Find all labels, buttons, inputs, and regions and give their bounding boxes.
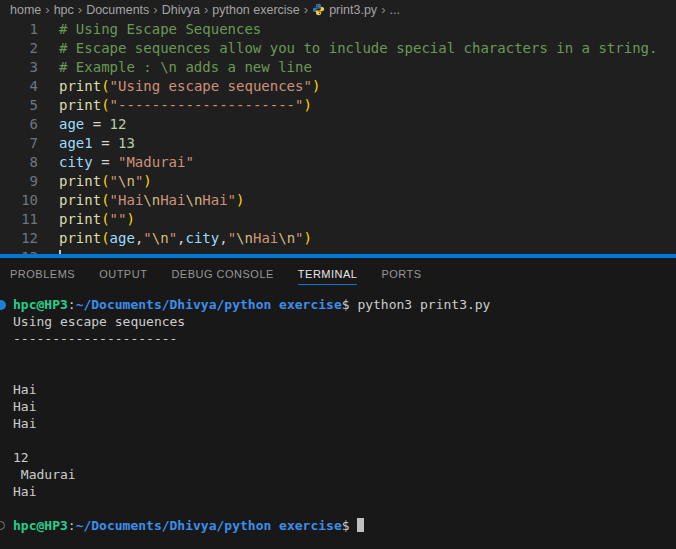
code-token: ) <box>143 173 151 189</box>
breadcrumb-separator-icon: › <box>204 2 208 17</box>
code-line[interactable]: 10print("Hai\nHai\nHai") <box>0 191 676 210</box>
terminal-line: 12 <box>0 449 676 466</box>
terminal-text: Hai <box>13 484 36 499</box>
code-line[interactable]: 4print("Using escape sequences") <box>0 77 676 96</box>
terminal-line: --------------------- <box>0 330 676 347</box>
code-line[interactable]: 11print("") <box>0 210 676 229</box>
code-token: ( <box>101 173 109 189</box>
terminal-text: $ python3 print3.py <box>342 297 491 312</box>
code-token: ) <box>304 230 312 246</box>
command-decoration-icon[interactable] <box>0 300 6 310</box>
code-token: ) <box>303 97 311 113</box>
terminal-text: Using escape sequences <box>13 314 185 329</box>
line-number: 12 <box>0 229 38 248</box>
code-token: "" <box>110 211 127 227</box>
breadcrumb-separator-icon: › <box>78 2 82 17</box>
code-token: \n <box>152 230 169 246</box>
breadcrumb-item[interactable]: ... <box>389 3 399 17</box>
line-number: 10 <box>0 191 38 210</box>
code-line[interactable]: 5print("---------------------") <box>0 96 676 115</box>
terminal-cursor <box>357 518 364 532</box>
code-token: Hai <box>253 230 278 246</box>
code-line-content: age = 12 <box>59 115 126 134</box>
code-line-content: print("") <box>59 210 135 229</box>
code-token: ) <box>236 192 244 208</box>
code-token: Hai" <box>202 192 236 208</box>
breadcrumb-item[interactable]: home <box>10 3 41 17</box>
code-line[interactable]: 2# Escape sequences allow you to include… <box>0 39 676 58</box>
code-line-content: print("Hai\nHai\nHai") <box>59 191 244 210</box>
terminal-text: ~/Documents/Dhivya/python exercise <box>76 518 342 533</box>
code-area[interactable]: 1# Using Escape Sequences2# Escape seque… <box>0 19 676 254</box>
code-token: \n <box>278 230 295 246</box>
bottom-panel: PROBLEMSOUTPUTDEBUG CONSOLETERMINALPORTS… <box>0 258 676 549</box>
code-token: , <box>219 230 227 246</box>
breadcrumb-item[interactable]: python exercise <box>212 3 300 17</box>
code-line[interactable]: 12print(age,"\n",city,"\nHai\n") <box>0 229 676 248</box>
terminal-line: Hai <box>0 415 676 432</box>
panel-tab-ports[interactable]: PORTS <box>381 268 421 285</box>
breadcrumb-item[interactable]: Dhivya <box>162 3 200 17</box>
terminal-line: Hai <box>0 381 676 398</box>
line-number: 1 <box>0 20 38 39</box>
line-number: 5 <box>0 96 38 115</box>
code-token: ( <box>101 192 109 208</box>
code-token: print <box>59 97 101 113</box>
code-token: # Example : \n adds a new line <box>59 59 312 75</box>
code-line[interactable]: 9print("\n") <box>0 172 676 191</box>
code-token: print <box>59 192 101 208</box>
code-line-content: city = "Madurai" <box>59 153 194 172</box>
code-line[interactable]: 3# Example : \n adds a new line <box>0 58 676 77</box>
code-token: = <box>93 135 118 151</box>
command-decoration-icon[interactable] <box>0 521 5 530</box>
panel-tab-problems[interactable]: PROBLEMS <box>10 268 75 285</box>
terminal-line: Madurai <box>0 466 676 483</box>
code-token: \n <box>185 192 202 208</box>
code-line-content: print("Using escape sequences") <box>59 77 320 96</box>
terminal-line <box>0 432 676 449</box>
code-token: \n <box>143 192 160 208</box>
line-number: 8 <box>0 153 38 172</box>
code-line[interactable]: 6age = 12 <box>0 115 676 134</box>
code-line[interactable]: 1# Using Escape Sequences <box>0 20 676 39</box>
code-token: " <box>169 230 177 246</box>
breadcrumb-item[interactable]: Documents <box>86 3 149 17</box>
breadcrumb-separator-icon: › <box>381 2 385 17</box>
code-line[interactable]: 7age1 = 13 <box>0 134 676 153</box>
code-token: " <box>295 230 303 246</box>
editor-pane[interactable]: home›hpc›Documents›Dhivya›python exercis… <box>0 0 676 254</box>
code-line-content: print("\n") <box>59 172 152 191</box>
code-token: "Hai <box>110 192 144 208</box>
terminal-view[interactable]: hpc@HP3:~/Documents/Dhivya/python exerci… <box>0 296 676 534</box>
terminal-line <box>0 347 676 364</box>
breadcrumb-item[interactable]: hpc <box>54 3 74 17</box>
panel-tab-output[interactable]: OUTPUT <box>99 268 147 285</box>
code-token: # Escape sequences allow you to include … <box>59 40 657 56</box>
code-token: age <box>110 230 135 246</box>
line-number: 7 <box>0 134 38 153</box>
breadcrumb: home›hpc›Documents›Dhivya›python exercis… <box>0 0 676 19</box>
panel-tab-debug-console[interactable]: DEBUG CONSOLE <box>171 268 273 285</box>
code-token: \n <box>118 173 135 189</box>
terminal-line: hpc@HP3:~/Documents/Dhivya/python exerci… <box>0 296 676 313</box>
terminal-line: Hai <box>0 483 676 500</box>
terminal-line: Using escape sequences <box>0 313 676 330</box>
code-token: " <box>228 230 236 246</box>
code-token: " <box>143 230 151 246</box>
code-token: ( <box>101 230 109 246</box>
panel-tab-terminal[interactable]: TERMINAL <box>298 268 358 285</box>
code-token: 13 <box>118 135 135 151</box>
code-token: age <box>59 116 84 132</box>
line-number: 6 <box>0 115 38 134</box>
line-number: 9 <box>0 172 38 191</box>
code-token: " <box>110 173 118 189</box>
breadcrumb-item[interactable]: print3.py <box>312 3 377 17</box>
code-line-content: # Escape sequences allow you to include … <box>59 39 657 58</box>
terminal-text: Hai <box>13 416 36 431</box>
line-number: 3 <box>0 58 38 77</box>
code-token: # Using Escape Sequences <box>59 21 261 37</box>
terminal-line <box>0 500 676 517</box>
terminal-text: 12 <box>13 450 36 465</box>
code-line[interactable]: 8city = "Madurai" <box>0 153 676 172</box>
terminal-text: ~/Documents/Dhivya/python exercise <box>76 297 342 312</box>
